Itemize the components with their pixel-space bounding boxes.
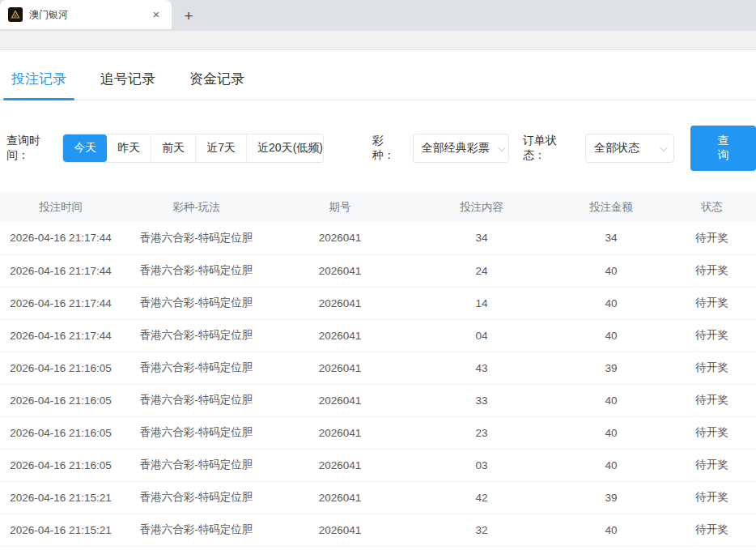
page-tabs: 投注记录 追号记录 资金记录 [0,50,756,100]
cell-bet-time: 2026-04-16 21:15:21 [0,514,121,546]
table-row: 2026-04-16 21:16:05 香港六合彩-特码定位胆 2026041 … [0,416,756,449]
cell-lottery-play: 香港六合彩-特码定位胆 [121,222,271,254]
header-status: 状态 [668,192,756,222]
cell-bet-amount: 40 [554,254,668,287]
cell-bet-content: 42 [409,481,554,514]
cell-lottery-play: 香港六合彩-特码定位胆 [121,449,271,481]
cell-bet-content: 34 [409,222,554,254]
query-button[interactable]: 查询 [690,126,756,171]
cell-bet-content: 14 [409,287,554,319]
cell-lottery-play: 香港六合彩-特码定位胆 [121,319,271,352]
bet-records-page: 投注记录 追号记录 资金记录 查询时间： 今天 昨天 前天 近7天 近20天(低… [0,50,756,550]
cell-status: 待开奖 [668,254,756,287]
cell-bet-time: 2026-04-16 21:17:44 [0,319,121,352]
query-time-label: 查询时间： [6,134,61,163]
lottery-type-label: 彩种： [372,134,405,163]
cell-bet-amount: 39 [554,352,668,384]
new-tab-icon[interactable]: + [178,6,199,27]
cell-bet-time: 2026-04-16 21:17:44 [0,254,121,287]
cell-status: 待开奖 [668,481,756,514]
close-icon[interactable]: × [149,7,164,22]
header-issue-no: 期号 [271,192,409,222]
cell-bet-content: 04 [409,319,554,352]
cell-status: 待开奖 [668,352,756,384]
cell-status: 待开奖 [668,416,756,449]
cell-bet-amount: 40 [554,319,668,352]
table-row: 2026-04-16 21:16:05 香港六合彩-特码定位胆 2026041 … [0,384,756,416]
table-row: 2026-04-16 21:15:21 香港六合彩-特码定位胆 2026041 … [0,514,756,546]
cell-lottery-play: 香港六合彩-特码定位胆 [121,514,271,546]
cell-status: 待开奖 [668,449,756,481]
summary-bar: 合计 共 18 条记录 预计投注金额: 617 [0,547,756,550]
cell-bet-time: 2026-04-16 21:16:05 [0,384,121,416]
time-option-yesterday[interactable]: 昨天 [107,134,151,162]
cell-issue-no: 2026041 [271,514,409,546]
cell-issue-no: 2026041 [271,222,409,254]
chevron-down-icon [498,143,506,151]
cell-bet-amount: 40 [554,449,668,481]
table-row: 2026-04-16 21:17:44 香港六合彩-特码定位胆 2026041 … [0,319,756,352]
order-status-label: 订单状态： [523,134,577,163]
time-option-7days[interactable]: 近7天 [195,134,246,162]
cell-status: 待开奖 [668,514,756,546]
time-range-group: 今天 昨天 前天 近7天 近20天(低频) [62,134,324,163]
cell-issue-no: 2026041 [271,319,409,352]
cell-bet-time: 2026-04-16 21:17:44 [0,287,121,319]
filter-bar: 查询时间： 今天 昨天 前天 近7天 近20天(低频) 彩种： 全部经典彩票 订… [6,126,756,171]
cell-bet-amount: 40 [554,514,668,546]
galaxy-favicon-icon [8,7,23,22]
time-option-20days[interactable]: 近20天(低频) [246,134,324,162]
cell-bet-content: 43 [409,352,554,384]
cell-status: 待开奖 [668,384,756,416]
bet-records-table: 投注时间 彩种-玩法 期号 投注内容 投注金额 状态 2026-04-16 21… [0,192,756,547]
table-header-row: 投注时间 彩种-玩法 期号 投注内容 投注金额 状态 [0,192,756,222]
cell-lottery-play: 香港六合彩-特码定位胆 [121,352,271,384]
header-bet-time: 投注时间 [0,192,121,222]
cell-lottery-play: 香港六合彩-特码定位胆 [121,287,271,319]
order-status-value: 全部状态 [594,141,639,156]
table-row: 2026-04-16 21:17:44 香港六合彩-特码定位胆 2026041 … [0,254,756,287]
cell-issue-no: 2026041 [271,254,409,287]
cell-bet-content: 03 [409,449,554,481]
cell-bet-amount: 40 [554,384,668,416]
table-row: 2026-04-16 21:17:44 香港六合彩-特码定位胆 2026041 … [0,222,756,254]
browser-tab[interactable]: 澳门银河 × [0,0,172,29]
browser-tab-bar: 澳门银河 × + [0,0,756,31]
cell-status: 待开奖 [668,319,756,352]
cell-bet-time: 2026-04-16 21:17:44 [0,222,121,254]
cell-lottery-play: 香港六合彩-特码定位胆 [121,416,271,449]
cell-issue-no: 2026041 [271,384,409,416]
cell-issue-no: 2026041 [271,416,409,449]
tab-title: 澳门银河 [29,8,149,22]
cell-bet-time: 2026-04-16 21:16:05 [0,416,121,449]
time-option-today[interactable]: 今天 [63,134,107,162]
table-row: 2026-04-16 21:17:44 香港六合彩-特码定位胆 2026041 … [0,287,756,319]
chevron-down-icon [660,143,668,151]
tab-bet-records[interactable]: 投注记录 [8,65,70,100]
tab-fund-records[interactable]: 资金记录 [186,65,248,100]
table-row: 2026-04-16 21:15:21 香港六合彩-特码定位胆 2026041 … [0,481,756,514]
cell-issue-no: 2026041 [271,481,409,514]
cell-bet-time: 2026-04-16 21:15:21 [0,481,121,514]
cell-lottery-play: 香港六合彩-特码定位胆 [121,384,271,416]
tab-chase-records[interactable]: 追号记录 [97,65,159,100]
header-bet-amount: 投注金额 [554,192,668,222]
table-row: 2026-04-16 21:16:05 香港六合彩-特码定位胆 2026041 … [0,449,756,481]
cell-bet-content: 33 [409,384,554,416]
browser-toolbar [0,31,756,50]
cell-lottery-play: 香港六合彩-特码定位胆 [121,254,271,287]
header-lottery-play: 彩种-玩法 [121,192,271,222]
header-bet-content: 投注内容 [409,192,554,222]
cell-bet-content: 32 [409,514,554,546]
lottery-type-select[interactable]: 全部经典彩票 [413,134,509,163]
lottery-type-value: 全部经典彩票 [422,141,490,156]
cell-bet-amount: 40 [554,287,668,319]
order-status-select[interactable]: 全部状态 [585,134,674,163]
cell-bet-time: 2026-04-16 21:16:05 [0,352,121,384]
cell-bet-amount: 40 [554,416,668,449]
time-option-day-before[interactable]: 前天 [151,134,195,162]
cell-status: 待开奖 [668,222,756,254]
cell-issue-no: 2026041 [271,287,409,319]
cell-bet-amount: 34 [554,222,668,254]
cell-bet-content: 24 [409,254,554,287]
